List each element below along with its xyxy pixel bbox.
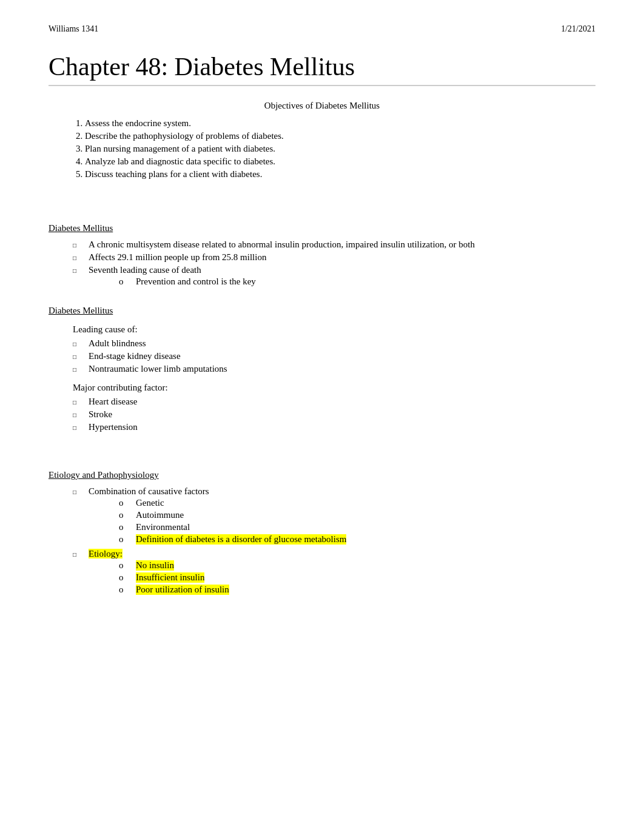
s3-bullet-1-text: Combination of causative factors xyxy=(89,486,209,496)
leading-cause-label: Leading cause of: xyxy=(73,324,595,335)
s3-sub-list-2: o No insulin o Insufficient insulin o Po… xyxy=(119,560,229,595)
section1-bullet-2-text: Affects 29.1 million people up from 25.8… xyxy=(89,252,266,263)
s3-sub-1-3: o Environmental xyxy=(119,522,346,532)
section3-bullet-2-block: Etiology: o No insulin o Insufficient in… xyxy=(89,549,229,597)
objective-2: Describe the pathophysiology of problems… xyxy=(85,131,595,141)
s3-sub-2-1: o No insulin xyxy=(119,560,229,571)
s3-sub-1-4-text: Definition of diabetes is a disorder of … xyxy=(136,534,346,545)
leading-cause-2: □ End-stage kidney disease xyxy=(73,351,595,361)
section1-bullet-2: □ Affects 29.1 million people up from 25… xyxy=(73,252,595,263)
s3-sub-icon-1-1: o xyxy=(119,498,133,508)
section1-bullets: □ A chronic multisystem disease related … xyxy=(73,240,595,289)
s3-bullet-icon-2: □ xyxy=(73,551,85,558)
lc-text-1: Adult blindness xyxy=(89,338,146,349)
s3-sub-2-3: o Poor utilization of insulin xyxy=(119,585,229,595)
section3-bullet-1: □ Combination of causative factors o Gen… xyxy=(73,486,595,546)
s3-sub-list-1: o Genetic o Autoimmune o Environmental o… xyxy=(119,498,346,545)
lc-bullet-2: □ xyxy=(73,354,85,360)
mf-bullet-1: □ xyxy=(73,399,85,406)
section3-bullets: □ Combination of causative factors o Gen… xyxy=(73,486,595,597)
lc-text-2: End-stage kidney disease xyxy=(89,351,181,361)
section3-heading: Etiology and Pathophysiology xyxy=(49,470,595,480)
s3-sub-icon-2-1: o xyxy=(119,560,133,571)
objectives-list: Assess the endocrine system. Describe th… xyxy=(85,118,595,179)
section1-bullet-3: □ Seventh leading cause of death o Preve… xyxy=(73,265,595,289)
lc-bullet-1: □ xyxy=(73,341,85,347)
bullet-icon-3: □ xyxy=(73,267,85,274)
s3-sub-icon-2-3: o xyxy=(119,585,133,595)
s3-sub-2-3-text: Poor utilization of insulin xyxy=(136,585,229,595)
s3-sub-2-2: o Insufficient insulin xyxy=(119,572,229,583)
section1-heading: Diabetes Mellitus xyxy=(49,223,595,233)
s3-sub-icon-1-4: o xyxy=(119,534,133,545)
mf-text-3: Hypertension xyxy=(89,422,138,432)
sub-icon-1: o xyxy=(119,277,133,287)
s3-sub-1-4: o Definition of diabetes is a disorder o… xyxy=(119,534,346,545)
s3-sub-2-2-text: Insufficient insulin xyxy=(136,572,204,583)
leading-cause-1: □ Adult blindness xyxy=(73,338,595,349)
major-factor-1: □ Heart disease xyxy=(73,397,595,407)
major-factor-2: □ Stroke xyxy=(73,409,595,420)
section1-bullet-1: □ A chronic multisystem disease related … xyxy=(73,240,595,250)
objective-4: Analyze lab and diagnostic data specific… xyxy=(85,156,595,167)
s3-sub-1-3-text: Environmental xyxy=(136,522,190,532)
mf-text-1: Heart disease xyxy=(89,397,137,407)
bullet-icon-2: □ xyxy=(73,255,85,261)
section3-bullet-2: □ Etiology: o No insulin o Insufficient … xyxy=(73,549,595,597)
s3-bullet-icon-1: □ xyxy=(73,489,85,495)
section3-bullet-1-block: Combination of causative factors o Genet… xyxy=(89,486,346,546)
s3-bullet-2-text: Etiology: xyxy=(89,549,122,558)
leading-cause-3: □ Nontraumatic lower limb amputations xyxy=(73,364,595,374)
mf-bullet-3: □ xyxy=(73,424,85,431)
section1-bullet-3-block: Seventh leading cause of death o Prevent… xyxy=(89,265,256,289)
section1-sub-1-text: Prevention and control is the key xyxy=(136,277,256,287)
section1-sub-1: o Prevention and control is the key xyxy=(119,277,256,287)
s3-sub-2-1-text: No insulin xyxy=(136,560,174,571)
s3-sub-1-1-text: Genetic xyxy=(136,498,164,508)
section2-heading: Diabetes Mellitus xyxy=(49,306,595,316)
objective-5: Discuss teaching plans for a client with… xyxy=(85,169,595,179)
subtitle: Objectives of Diabetes Mellitus xyxy=(49,101,595,111)
header-right: 1/21/2021 xyxy=(561,24,595,34)
section1-sub-list: o Prevention and control is the key xyxy=(119,277,256,287)
lc-text-3: Nontraumatic lower limb amputations xyxy=(89,364,227,374)
major-factor-label: Major contributing factor: xyxy=(73,383,595,393)
s3-sub-icon-1-2: o xyxy=(119,510,133,520)
leading-cause-bullets: □ Adult blindness □ End-stage kidney dis… xyxy=(73,338,595,374)
lc-bullet-3: □ xyxy=(73,366,85,373)
section1-bullet-3-text: Seventh leading cause of death xyxy=(89,265,201,275)
s3-sub-1-1: o Genetic xyxy=(119,498,346,508)
header: Williams 1341 1/21/2021 xyxy=(49,24,595,34)
page-title: Chapter 48: Diabetes Mellitus xyxy=(49,52,595,86)
header-left: Williams 1341 xyxy=(49,24,98,34)
s3-sub-icon-1-3: o xyxy=(119,522,133,532)
mf-text-2: Stroke xyxy=(89,409,112,420)
major-factor-bullets: □ Heart disease □ Stroke □ Hypertension xyxy=(73,397,595,432)
s3-sub-icon-2-2: o xyxy=(119,572,133,583)
s3-sub-1-2: o Autoimmune xyxy=(119,510,346,520)
objective-3: Plan nursing management of a patient wit… xyxy=(85,144,595,154)
mf-bullet-2: □ xyxy=(73,412,85,418)
bullet-icon-1: □ xyxy=(73,242,85,249)
objective-1: Assess the endocrine system. xyxy=(85,118,595,129)
section1-bullet-1-text: A chronic multisystem disease related to… xyxy=(89,240,475,250)
major-factor-3: □ Hypertension xyxy=(73,422,595,432)
s3-sub-1-2-text: Autoimmune xyxy=(136,510,184,520)
